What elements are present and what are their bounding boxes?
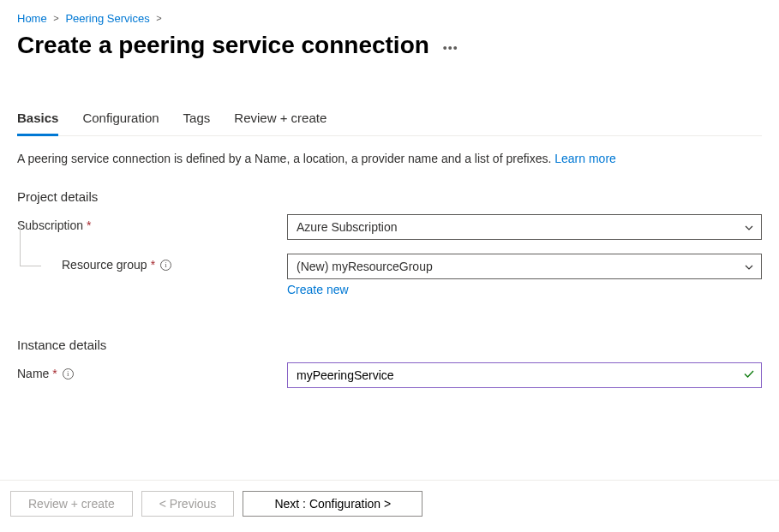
- description-text: A peering service connection is defined …: [17, 152, 554, 165]
- create-new-link[interactable]: Create new: [287, 283, 349, 296]
- required-icon: *: [52, 367, 57, 380]
- info-icon[interactable]: i: [160, 260, 171, 271]
- learn-more-link[interactable]: Learn more: [554, 152, 616, 165]
- tab-tags[interactable]: Tags: [183, 111, 211, 136]
- name-label: Name * i: [17, 362, 287, 380]
- section-project-details: Project details: [17, 189, 762, 204]
- check-icon: [743, 368, 755, 383]
- breadcrumb-home[interactable]: Home: [17, 12, 47, 25]
- footer-actions: Review + create < Previous Next : Config…: [0, 480, 779, 532]
- page-title: Create a peering service connection: [17, 32, 429, 59]
- description: A peering service connection is defined …: [17, 152, 762, 165]
- section-instance-details: Instance details: [17, 338, 762, 352]
- chevron-right-icon: >: [156, 13, 161, 23]
- resource-group-value: (New) myResourceGroup: [297, 260, 433, 273]
- review-create-button: Review + create: [10, 491, 133, 517]
- info-icon[interactable]: i: [63, 368, 74, 380]
- chevron-right-icon: >: [53, 13, 58, 23]
- tab-review-create[interactable]: Review + create: [234, 111, 327, 136]
- chevron-down-icon: [744, 223, 752, 231]
- tab-basics[interactable]: Basics: [17, 111, 58, 136]
- resource-group-label: Resource group * i: [17, 254, 287, 272]
- resource-group-select[interactable]: (New) myResourceGroup: [287, 254, 762, 279]
- breadcrumb: Home > Peering Services >: [17, 12, 762, 25]
- chevron-down-icon: [744, 262, 752, 271]
- tabs: Basics Configuration Tags Review + creat…: [17, 111, 762, 136]
- required-icon: *: [87, 218, 91, 232]
- name-input[interactable]: [287, 362, 762, 388]
- tab-configuration[interactable]: Configuration: [82, 111, 159, 136]
- more-icon[interactable]: •••: [443, 41, 458, 55]
- breadcrumb-peering-services[interactable]: Peering Services: [65, 12, 149, 25]
- subscription-select[interactable]: Azure Subscription: [287, 214, 762, 240]
- subscription-label: Subscription *: [17, 214, 287, 232]
- previous-button: < Previous: [141, 491, 235, 517]
- next-button[interactable]: Next : Configuration >: [243, 491, 422, 517]
- required-icon: *: [151, 258, 155, 272]
- subscription-value: Azure Subscription: [297, 220, 398, 234]
